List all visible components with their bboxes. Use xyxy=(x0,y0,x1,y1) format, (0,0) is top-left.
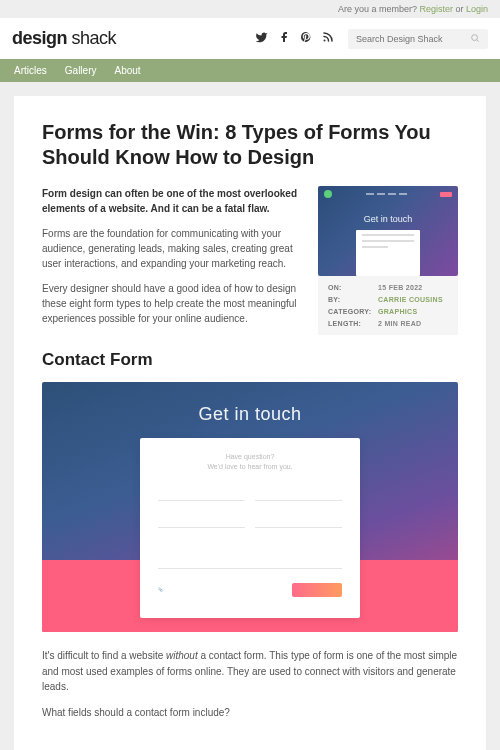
article: Forms for the Win: 8 Types of Forms You … xyxy=(14,96,486,750)
facebook-icon[interactable] xyxy=(278,31,290,46)
meta-by-val[interactable]: CARRIE COUSINS xyxy=(378,296,443,303)
form-card: Have question? We'd love to hear from yo… xyxy=(140,438,360,618)
body-p2: What fields should a contact form includ… xyxy=(42,705,458,721)
login-link[interactable]: Login xyxy=(466,4,488,14)
social-links xyxy=(255,31,334,47)
attach-icon: 📎 xyxy=(158,587,163,592)
bigimg-title: Get in touch xyxy=(42,404,458,425)
page-wrap: Forms for the Win: 8 Types of Forms You … xyxy=(0,82,500,750)
thumb-title: Get in touch xyxy=(318,214,458,224)
meta-len-val: 2 MIN READ xyxy=(378,320,421,327)
svg-point-0 xyxy=(324,40,326,42)
meta-cat-label: CATEGORY: xyxy=(328,308,378,315)
nav-gallery[interactable]: Gallery xyxy=(65,65,97,76)
svg-line-2 xyxy=(477,39,479,41)
intro-row: Form design can often be one of the most… xyxy=(42,186,458,336)
twitter-icon[interactable] xyxy=(255,31,268,47)
nav-about[interactable]: About xyxy=(114,65,140,76)
body-p1: It's difficult to find a website without… xyxy=(42,648,458,695)
section-heading: Contact Form xyxy=(42,350,458,370)
intro-text: Form design can often be one of the most… xyxy=(42,186,304,336)
meta-on-val: 15 FEB 2022 xyxy=(378,284,423,291)
site-logo[interactable]: design shack xyxy=(12,28,116,49)
search-input[interactable] xyxy=(356,34,470,44)
article-body: It's difficult to find a website without… xyxy=(42,648,458,720)
search-icon[interactable] xyxy=(470,33,480,45)
svg-point-1 xyxy=(472,34,478,40)
card-sub2: We'd love to hear from you. xyxy=(158,462,342,472)
thumb-cta-icon xyxy=(440,192,452,197)
meta-by-label: BY: xyxy=(328,296,378,303)
nav-articles[interactable]: Articles xyxy=(14,65,47,76)
lede: Form design can often be one of the most… xyxy=(42,186,304,216)
meta-cat-val[interactable]: GRAPHICS xyxy=(378,308,417,315)
search-box[interactable] xyxy=(348,29,488,49)
pinterest-icon[interactable] xyxy=(300,31,312,46)
article-meta: ON:15 FEB 2022 BY:CARRIE COUSINS CATEGOR… xyxy=(318,276,458,335)
topbar: Are you a member? Register or Login xyxy=(0,0,500,18)
card-sub1: Have question? xyxy=(158,452,342,462)
hero-thumbnail: Get in touch xyxy=(318,186,458,276)
meta-on-label: ON: xyxy=(328,284,378,291)
header: design shack xyxy=(0,18,500,59)
header-right xyxy=(255,29,488,49)
thumb-card xyxy=(356,230,420,276)
meta-len-label: LENGTH: xyxy=(328,320,378,327)
logo-part2: shack xyxy=(67,28,116,48)
member-prompt: Are you a member? xyxy=(338,4,420,14)
thumb-logo-icon xyxy=(324,190,332,198)
logo-part1: design xyxy=(12,28,67,48)
article-title: Forms for the Win: 8 Types of Forms You … xyxy=(42,120,458,170)
article-sidebar: Get in touch ON:15 FEB 2022 BY:CARRIE CO… xyxy=(318,186,458,336)
rss-icon[interactable] xyxy=(322,31,334,46)
intro-p2: Forms are the foundation for communicati… xyxy=(42,226,304,271)
send-button-graphic xyxy=(292,583,342,597)
navbar: Articles Gallery About xyxy=(0,59,500,82)
register-link[interactable]: Register xyxy=(419,4,453,14)
contact-form-image: Get in touch Have question? We'd love to… xyxy=(42,382,458,632)
intro-p3: Every designer should have a good idea o… xyxy=(42,281,304,326)
or-text: or xyxy=(453,4,466,14)
